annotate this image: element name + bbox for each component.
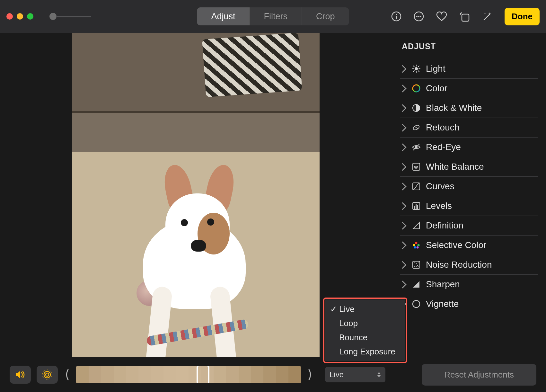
filmstrip-frame[interactable]	[89, 366, 101, 383]
chevron-right-icon	[399, 222, 406, 229]
filmstrip-frame[interactable]	[226, 366, 239, 383]
adjustment-row-black-white[interactable]: Black & White	[400, 98, 538, 118]
filmstrip-frame[interactable]	[101, 366, 114, 383]
adjustment-row-curves[interactable]: Curves	[400, 177, 538, 196]
info-icon[interactable]	[391, 11, 402, 22]
svg-point-32	[418, 244, 420, 246]
adjust-sidebar: ADJUST LightColorBlack & WhiteRetouchRed…	[392, 33, 546, 357]
adjustment-row-color[interactable]: Color	[400, 79, 538, 98]
filmstrip-frame[interactable]	[163, 366, 176, 383]
more-icon[interactable]	[413, 11, 424, 22]
svg-point-1	[396, 14, 397, 15]
svg-point-36	[414, 263, 415, 263]
close-window-button[interactable]	[6, 13, 13, 20]
filmstrip-frame[interactable]	[214, 366, 226, 383]
svg-point-5	[418, 16, 419, 17]
svg-point-31	[413, 244, 415, 246]
adjustment-row-sharpen[interactable]: Sharpen	[400, 275, 538, 294]
bw-icon	[412, 103, 421, 112]
live-photo-filmstrip[interactable]	[76, 366, 301, 383]
svg-line-20	[414, 126, 418, 129]
light-icon	[412, 64, 421, 73]
svg-point-46	[44, 371, 50, 378]
filmstrip-frame[interactable]	[76, 366, 89, 383]
adjustment-row-definition[interactable]: Definition	[400, 216, 538, 236]
sharpen-icon	[412, 280, 421, 289]
zoom-slider-knob[interactable]	[49, 13, 57, 20]
retouch-icon	[412, 123, 421, 132]
filmstrip-frame[interactable]	[251, 366, 263, 383]
adjustment-row-noise-reduction[interactable]: Noise Reduction	[400, 255, 538, 275]
live-effect-option-live[interactable]: ✓Live	[325, 302, 405, 316]
auto-enhance-icon[interactable]	[482, 11, 493, 22]
adjustment-label: Sharpen	[426, 279, 460, 290]
chevron-right-icon	[399, 261, 406, 269]
toolbar: Adjust Filters Crop Done	[0, 0, 546, 33]
adjustment-label: Color	[426, 83, 447, 94]
zoom-slider[interactable]	[49, 13, 91, 20]
filmstrip-frame[interactable]	[239, 366, 251, 383]
filmstrip-frame[interactable]	[151, 366, 163, 383]
filmstrip-frame[interactable]	[126, 366, 139, 383]
filmstrip-frame[interactable]	[138, 366, 151, 383]
adjustment-label: Red-Eye	[426, 142, 461, 152]
adjustment-row-red-eye[interactable]: Red-Eye	[400, 138, 538, 157]
adjustment-row-light[interactable]: Light	[400, 59, 538, 79]
filmstrip-frame[interactable]	[176, 366, 189, 383]
live-effect-dropdown[interactable]: Live ✓Live Loop Bounce Long Exposure	[325, 367, 385, 382]
filmstrip-playhead[interactable]	[197, 366, 209, 383]
live-photo-button[interactable]	[37, 366, 58, 384]
levels-icon	[412, 201, 421, 210]
whitebalance-icon: W	[412, 162, 421, 171]
tab-adjust[interactable]: Adjust	[197, 7, 250, 25]
svg-text:W: W	[414, 165, 418, 170]
live-effect-option-long-exposure[interactable]: Long Exposure	[325, 344, 405, 359]
svg-point-6	[420, 16, 421, 17]
adjustment-row-retouch[interactable]: Retouch	[400, 118, 538, 138]
zoom-slider-track	[56, 16, 91, 17]
svg-line-14	[418, 71, 419, 72]
minimize-window-button[interactable]	[17, 13, 23, 20]
svg-point-30	[415, 242, 418, 244]
adjustment-label: Retouch	[426, 122, 459, 133]
prev-frame-button[interactable]	[64, 368, 70, 382]
chevron-right-icon	[399, 202, 406, 210]
adjustment-row-levels[interactable]: Levels	[400, 196, 538, 216]
adjustment-label: Noise Reduction	[426, 260, 492, 270]
fullscreen-window-button[interactable]	[27, 13, 33, 20]
filmstrip-frame[interactable]	[276, 366, 288, 383]
photo-preview[interactable]	[72, 33, 320, 363]
chevron-right-icon	[399, 143, 406, 151]
svg-rect-28	[416, 204, 417, 209]
live-effect-option-bounce[interactable]: Bounce	[325, 330, 405, 344]
adjustment-row-white-balance[interactable]: WWhite Balance	[400, 157, 538, 177]
tab-filters[interactable]: Filters	[250, 7, 302, 25]
edit-mode-segmented-control: Adjust Filters Crop	[197, 7, 349, 25]
favorite-icon[interactable]	[436, 11, 447, 22]
done-button[interactable]: Done	[505, 8, 540, 25]
svg-rect-2	[396, 16, 397, 19]
adjustment-row-selective-color[interactable]: Selective Color	[400, 236, 538, 255]
filmstrip-frame[interactable]	[114, 366, 126, 383]
svg-point-38	[418, 263, 418, 263]
svg-point-34	[417, 246, 419, 249]
svg-point-8	[415, 67, 418, 70]
rotate-icon[interactable]	[459, 11, 471, 22]
svg-rect-27	[414, 206, 415, 209]
next-frame-button[interactable]	[307, 368, 313, 382]
svg-point-42	[416, 266, 417, 267]
checkmark-icon: ✓	[330, 304, 337, 314]
svg-point-44	[413, 300, 420, 307]
live-effect-option-loop[interactable]: Loop	[325, 316, 405, 330]
reset-adjustments-button[interactable]: Reset Adjustments	[422, 364, 536, 386]
filmstrip-frame[interactable]	[263, 366, 276, 383]
svg-rect-29	[417, 205, 418, 209]
audio-toggle-button[interactable]	[10, 366, 31, 384]
selectivecolor-icon	[412, 241, 421, 250]
chevron-right-icon	[399, 65, 406, 73]
bottom-bar: Live ✓Live Loop Bounce Long Exposure Res…	[0, 357, 546, 392]
filmstrip-frame[interactable]	[288, 366, 301, 383]
adjustment-row-vignette[interactable]: Vignette	[400, 294, 538, 314]
adjustment-label: White Balance	[426, 162, 484, 172]
tab-crop[interactable]: Crop	[302, 7, 349, 25]
